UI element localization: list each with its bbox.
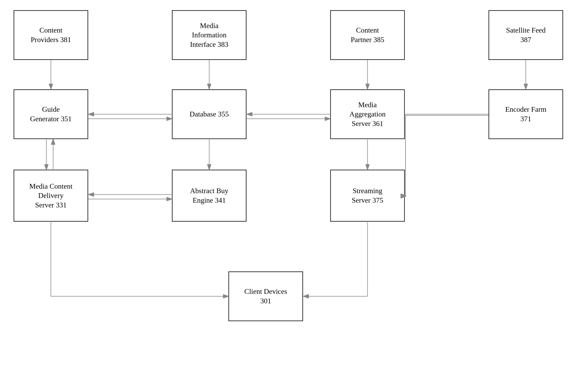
- node-media-content-delivery: Media Content Delivery Server 331: [14, 170, 88, 222]
- node-abstract-buy-engine: Abstract Buy Engine 341: [172, 170, 247, 222]
- diagram: Content Providers 381 Media Information …: [0, 0, 588, 387]
- node-content-partner: Content Partner 385: [330, 10, 405, 60]
- node-guide-generator: Guide Generator 351: [14, 89, 88, 139]
- node-database: Database 355: [172, 89, 247, 139]
- node-media-info-interface: Media Information Interface 383: [172, 10, 247, 60]
- node-client-devices: Client Devices 301: [229, 271, 303, 321]
- node-streaming-server: Streaming Server 375: [330, 170, 405, 222]
- node-media-aggregation: Media Aggregation Server 361: [330, 89, 405, 139]
- node-satellite-feed: Satellite Feed 387: [488, 10, 563, 60]
- node-encoder-farm: Encoder Farm 371: [488, 89, 563, 139]
- node-content-providers: Content Providers 381: [14, 10, 88, 60]
